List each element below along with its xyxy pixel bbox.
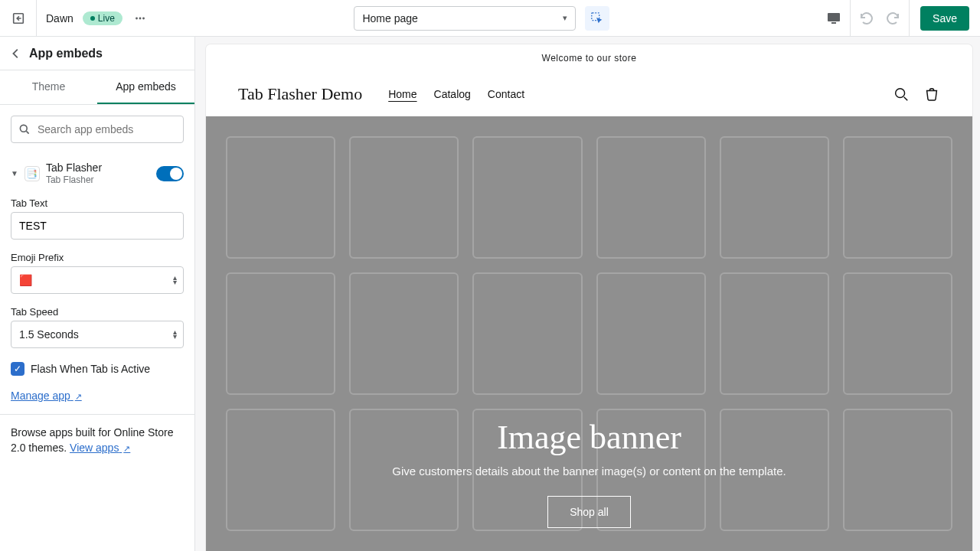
page-select-value: Home page	[362, 12, 417, 24]
desktop-preview-button[interactable]	[817, 0, 851, 37]
sidebar-tabs: Theme App embeds	[0, 70, 194, 105]
select-caret-icon: ▴▾	[173, 330, 177, 339]
svg-point-2	[139, 17, 141, 19]
external-link-icon: ↗	[75, 392, 82, 401]
dots-horizontal-icon	[133, 11, 147, 25]
flash-active-label: Flash When Tab is Active	[31, 363, 150, 375]
site-search-button[interactable]	[893, 86, 910, 103]
sidebar-title: App embeds	[29, 47, 103, 60]
tab-speed-label: Tab Speed	[11, 306, 184, 318]
site-logo[interactable]: Tab Flasher Demo	[238, 84, 362, 104]
svg-point-7	[20, 125, 27, 132]
emoji-prefix-select[interactable]: 🟥 ▴▾	[11, 266, 184, 294]
inspector-icon	[590, 11, 604, 25]
app-embed-name: Tab Flasher	[46, 161, 150, 174]
site-nav: Home Catalog Contact	[388, 88, 524, 100]
view-apps-link[interactable]: View apps ↗	[70, 442, 130, 454]
nav-home[interactable]: Home	[388, 88, 416, 100]
topbar-left: Dawn Live	[0, 0, 147, 36]
search-icon	[18, 123, 31, 135]
desktop-icon	[826, 11, 841, 26]
section-inspector-button[interactable]	[585, 6, 609, 31]
svg-rect-5	[828, 13, 840, 21]
tab-app-embeds[interactable]: App embeds	[97, 70, 194, 104]
page-template-select[interactable]: Home page	[354, 6, 576, 31]
app-icon: 📑	[24, 166, 40, 181]
more-actions-button[interactable]	[133, 11, 147, 25]
announcement-bar: Welcome to our store	[206, 44, 972, 72]
top-bar: Dawn Live Home page Save	[0, 0, 980, 37]
theme-name: Dawn	[37, 12, 83, 24]
topbar-right: Save	[817, 0, 980, 36]
undo-button[interactable]	[851, 0, 880, 37]
app-embed-toggle[interactable]	[156, 166, 184, 181]
tab-text-label: Tab Text	[11, 197, 184, 209]
cart-icon	[923, 86, 940, 103]
flash-active-checkbox[interactable]: ✓	[11, 362, 24, 376]
back-button[interactable]	[9, 47, 23, 60]
svg-rect-6	[831, 22, 836, 24]
svg-point-8	[896, 89, 905, 98]
sidebar: App embeds Theme App embeds ▼ 📑 Tab Flas…	[0, 37, 195, 551]
hero-placeholder-pattern	[206, 116, 972, 551]
hero-title: Image banner	[497, 418, 681, 457]
tab-speed-select[interactable]: 1.5 Seconds ▴▾	[11, 321, 184, 348]
search-app-embeds-input[interactable]	[11, 116, 184, 143]
sidebar-footer: Browse apps built for Online Store 2.0 t…	[0, 414, 194, 466]
svg-point-3	[142, 17, 145, 19]
manage-app-link[interactable]: Manage app ↗	[11, 390, 82, 402]
nav-catalog[interactable]: Catalog	[434, 88, 471, 100]
external-link-icon: ↗	[123, 444, 130, 453]
site-header: Tab Flasher Demo Home Catalog Contact	[206, 72, 972, 116]
store-preview: Welcome to our store Tab Flasher Demo Ho…	[206, 44, 972, 551]
chevron-left-icon	[9, 47, 23, 60]
live-status-badge: Live	[83, 11, 122, 25]
hero-banner: Image banner Give customers details abou…	[206, 116, 972, 551]
exit-editor-button[interactable]	[0, 0, 37, 37]
redo-button[interactable]	[880, 0, 909, 37]
tab-theme[interactable]: Theme	[0, 70, 97, 104]
nav-contact[interactable]: Contact	[488, 88, 524, 100]
select-caret-icon: ▴▾	[173, 276, 177, 285]
save-button[interactable]: Save	[920, 6, 969, 31]
svg-point-1	[136, 17, 138, 19]
exit-icon	[11, 11, 25, 25]
hero-subtitle: Give customers details about the banner …	[392, 465, 786, 478]
sidebar-header: App embeds	[0, 37, 194, 70]
search-icon	[893, 86, 910, 103]
app-embed-item: ▼ 📑 Tab Flasher Tab Flasher	[0, 154, 194, 193]
topbar-center: Home page	[147, 6, 817, 31]
undo-icon	[858, 11, 873, 26]
site-cart-button[interactable]	[923, 86, 940, 103]
expand-caret[interactable]: ▼	[11, 169, 18, 178]
redo-icon	[887, 11, 902, 26]
hero-cta-button[interactable]: Shop all	[547, 496, 631, 528]
tab-text-input[interactable]	[11, 212, 184, 240]
emoji-prefix-label: Emoji Prefix	[11, 252, 184, 263]
undo-redo-group	[851, 0, 910, 37]
preview-canvas: Welcome to our store Tab Flasher Demo Ho…	[195, 37, 980, 551]
app-embed-vendor: Tab Flasher	[46, 174, 150, 185]
